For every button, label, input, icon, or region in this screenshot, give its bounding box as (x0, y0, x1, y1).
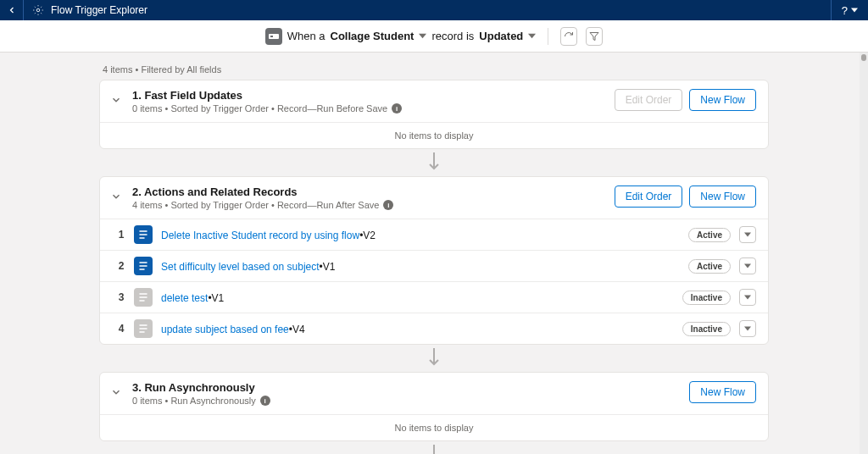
new-flow-button[interactable]: New Flow (689, 185, 756, 208)
flow-arrow (99, 441, 769, 454)
caret-down-icon (528, 32, 536, 40)
empty-message: No items to display (100, 414, 768, 440)
row-number: 1 (117, 229, 125, 241)
flow-row: 2Set difficulty level based on subject•V… (100, 250, 768, 281)
page-content: 4 items • Filtered by All fields 1. Fast… (99, 53, 769, 454)
section-actions: Edit OrderNew Flow (615, 185, 756, 208)
help-label: ? (842, 4, 848, 17)
app-icon (32, 4, 44, 16)
row-actions-menu[interactable] (739, 226, 756, 243)
section-title: 2. Actions and Related Records (132, 185, 606, 198)
filter-button[interactable] (586, 27, 603, 46)
section-title: 3. Run Asynchronously (132, 381, 681, 394)
flow-icon (134, 319, 153, 338)
flow-row: 3delete test•V1Inactive (100, 281, 768, 313)
info-icon[interactable]: i (260, 396, 270, 406)
refresh-icon (564, 31, 574, 42)
context-bar: When a Collage Student record is Updated (0, 20, 868, 53)
info-icon[interactable]: i (383, 200, 393, 210)
caret-down-icon (744, 263, 751, 269)
section-header: 1. Fast Field Updates0 items • Sorted by… (100, 80, 768, 122)
svg-rect-2 (270, 36, 273, 37)
context-object: Collage Student (331, 30, 415, 42)
divider (548, 28, 548, 45)
scroll-thumb[interactable] (861, 54, 866, 61)
flow-arrow (99, 345, 769, 372)
object-icon (265, 28, 282, 45)
svg-rect-1 (269, 34, 279, 39)
flow-row: 1Delete Inactive Student record by using… (100, 219, 768, 250)
flow-link[interactable]: update subject based on fee (161, 324, 289, 335)
row-number: 4 (117, 323, 125, 335)
row-actions-menu[interactable] (739, 257, 756, 274)
refresh-button[interactable] (560, 27, 577, 46)
row-number: 2 (117, 260, 125, 272)
top-bar: Flow Trigger Explorer ? (0, 0, 868, 20)
flow-row: 4update subject based on fee•V4Inactive (100, 313, 768, 344)
caret-down-icon (419, 32, 426, 40)
section-actions: Edit OrderNew Flow (615, 89, 756, 111)
app-title-area: Flow Trigger Explorer (24, 4, 156, 16)
flow-version: •V1 (320, 261, 336, 273)
flow-link[interactable]: delete test (161, 292, 208, 304)
section-header: 3. Run Asynchronously0 items • Run Async… (100, 373, 768, 414)
arrow-down-icon (428, 348, 440, 367)
new-flow-button[interactable]: New Flow (689, 89, 756, 111)
flow-icon (134, 257, 153, 275)
app-title: Flow Trigger Explorer (51, 4, 147, 16)
trigger-context: When a Collage Student record is Updated (265, 28, 537, 45)
row-actions-menu[interactable] (739, 289, 756, 306)
chevron-down-icon (110, 191, 122, 202)
edit-order-button[interactable]: Edit Order (615, 185, 683, 208)
section-card: 2. Actions and Related Records4 items • … (99, 176, 769, 345)
row-number: 3 (117, 291, 125, 303)
scrollbar[interactable] (860, 53, 868, 454)
section-subtitle: 0 items • Sorted by Trigger Order • Reco… (132, 103, 606, 114)
flow-arrow (99, 149, 769, 176)
flow-version: •V4 (289, 324, 305, 335)
status-badge: Inactive (682, 291, 731, 305)
status-badge: Inactive (682, 322, 731, 336)
info-icon[interactable]: i (392, 103, 402, 114)
section-card: 3. Run Asynchronously0 items • Run Async… (99, 372, 769, 441)
back-button[interactable] (0, 0, 24, 20)
section-subtitle: 0 items • Run Asynchronously i (132, 396, 681, 406)
section-header: 2. Actions and Related Records4 items • … (100, 177, 768, 219)
flow-version: •V1 (208, 292, 224, 304)
new-flow-button[interactable]: New Flow (689, 381, 756, 403)
arrow-down-icon (428, 445, 440, 454)
empty-message: No items to display (100, 122, 768, 148)
arrow-down-icon (428, 152, 440, 171)
edit-order-button: Edit Order (615, 89, 683, 111)
chevron-down-icon (110, 94, 122, 106)
section-card: 1. Fast Field Updates0 items • Sorted by… (99, 80, 769, 149)
collapse-toggle[interactable] (108, 191, 124, 202)
filter-icon (589, 31, 599, 42)
caret-down-icon (851, 7, 858, 14)
flow-link[interactable]: Set difficulty level based on subject (161, 261, 320, 273)
action-dropdown[interactable] (528, 30, 536, 42)
flow-version: •V2 (359, 230, 376, 241)
caret-down-icon (744, 294, 751, 301)
help-menu[interactable]: ? (831, 0, 868, 20)
context-action: Updated (479, 30, 523, 42)
arrow-left-icon (7, 5, 17, 15)
collapse-toggle[interactable] (108, 94, 124, 106)
chevron-down-icon (110, 386, 122, 398)
svg-point-0 (36, 8, 40, 12)
flow-icon (134, 288, 153, 307)
caret-down-icon (744, 231, 751, 238)
section-actions: New Flow (689, 381, 756, 403)
context-middle: record is (431, 30, 474, 42)
row-actions-menu[interactable] (739, 320, 756, 337)
section-title: 1. Fast Field Updates (132, 89, 606, 102)
flow-link[interactable]: Delete Inactive Student record by using … (161, 230, 359, 241)
caret-down-icon (744, 325, 751, 332)
flow-icon (134, 225, 153, 244)
context-prefix: When a (287, 30, 326, 42)
status-badge: Active (688, 259, 731, 274)
status-badge: Active (688, 228, 731, 242)
section-subtitle: 4 items • Sorted by Trigger Order • Reco… (132, 200, 606, 210)
collapse-toggle[interactable] (108, 386, 124, 398)
object-dropdown[interactable] (419, 30, 426, 42)
